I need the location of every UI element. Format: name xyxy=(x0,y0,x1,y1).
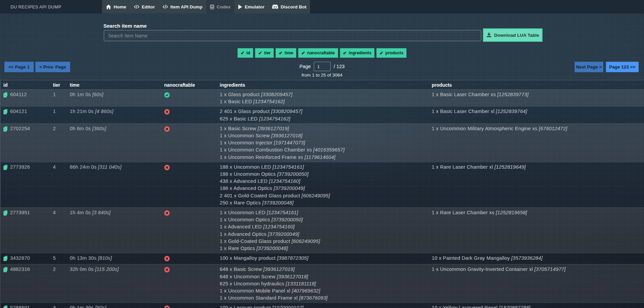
ingredients-cell: 188 x Uncommon LED [1234754161]188 x Unc… xyxy=(220,164,432,206)
page-range-info: from 1 to 25 of 3064 xyxy=(302,73,342,78)
nav-item-editor[interactable]: Editor xyxy=(130,0,159,13)
column-header-time: time xyxy=(70,82,164,88)
nav-item-item-api-dump[interactable]: Item API Dump xyxy=(159,0,207,13)
item-id: 604121 xyxy=(10,108,27,115)
id-cell: 604112 xyxy=(3,91,53,105)
download-icon xyxy=(486,32,492,38)
table-row: 343287050h 13m 30s [810s]100 x Mangalloy… xyxy=(1,253,644,264)
product-line: 10 x Yellow Lacquered Panel [1870887788] xyxy=(432,304,644,308)
copy-icon[interactable] xyxy=(3,125,8,134)
ingredients-cell: 100 x Lacquer product [1070000107] xyxy=(220,304,432,308)
id-cell: 2773951 xyxy=(3,209,53,252)
ingredient-line: 625 x Uncommon hydraulics [1331181118] xyxy=(220,280,432,287)
item-id: 604112 xyxy=(10,91,27,98)
item-id: 2773951 xyxy=(10,209,30,216)
ingredient-line: 1 x Glass product [3308209457] xyxy=(220,91,432,98)
time-cell: 32h 0m 0s [115 200s] xyxy=(70,266,164,302)
id-cell: 4882316 xyxy=(3,266,53,302)
first-page-button[interactable]: << Page 1 xyxy=(4,62,34,72)
id-cell: 2773926 xyxy=(3,164,53,206)
check-icon: ✔ xyxy=(241,50,244,56)
ingredients-cell: 2 401 x Glass product [3308209457]625 x … xyxy=(220,108,432,122)
filter-toggle-time[interactable]: ✔time xyxy=(276,48,296,58)
item-id: 2702254 xyxy=(10,125,30,132)
nanocraftable-cell xyxy=(164,255,220,263)
nav-item-home[interactable]: Home xyxy=(102,0,130,13)
filter-toggle-tier[interactable]: ✔tier xyxy=(255,48,274,58)
ingredient-line: 250 x Rare Optics [3739200048] xyxy=(220,199,432,206)
copy-icon[interactable] xyxy=(3,266,8,274)
table-header: idtiertimenanocraftableingredientsproduc… xyxy=(1,80,644,90)
last-page-button[interactable]: Page 123 >> xyxy=(606,62,639,72)
tier-cell: 2 xyxy=(53,266,70,302)
download-lua-button[interactable]: Download LUA Table xyxy=(483,28,543,42)
nanocraftable-no-icon xyxy=(164,210,220,217)
ingredients-cell: 100 x Mangalloy product [3987872305] xyxy=(220,255,432,263)
copy-icon[interactable] xyxy=(3,209,8,218)
tier-cell: 3 xyxy=(53,304,70,308)
home-icon xyxy=(106,4,111,9)
tier-cell: 1 xyxy=(53,108,70,122)
product-line: 1 x Uncommon Gravity-Inverted Container … xyxy=(432,266,644,273)
tier-cell: 2 xyxy=(53,125,70,161)
copy-icon[interactable] xyxy=(3,91,8,100)
table-row: 270225420h 6m 0s [360s]1 x Basic Screw [… xyxy=(1,123,644,162)
id-cell: 3432870 xyxy=(3,255,53,263)
filter-toggle-ingredients[interactable]: ✔ingredients xyxy=(340,48,375,58)
products-cell: 10 x Painted Dark Gray Mangalloy [357393… xyxy=(432,255,644,263)
check-icon: ✔ xyxy=(258,50,262,56)
item-id: 2773926 xyxy=(10,164,30,171)
time-cell: 0h 13m 30s [810s] xyxy=(70,255,164,263)
ingredients-cell: 1 x Basic Screw [3936127019]1 x Uncommon… xyxy=(220,125,432,161)
nanocraftable-cell xyxy=(164,209,220,252)
time-cell: 1h 21m 0s [4 860s] xyxy=(70,108,164,122)
recipes-table: idtiertimenanocraftableingredientsproduc… xyxy=(0,80,644,308)
product-line: 1 x Rare Laser Chamber xl [1252819649] xyxy=(432,164,644,171)
ingredient-line: 188 x Uncommon LED [1234754161] xyxy=(220,164,432,171)
page-label: Page xyxy=(299,64,311,69)
nav-item-discord-bot[interactable]: Discord Bot xyxy=(268,0,310,13)
code-icon xyxy=(134,4,140,9)
ingredient-line: 1 x Basic LED [1234754162] xyxy=(220,98,432,105)
id-cell: 2702254 xyxy=(3,125,53,161)
search-input[interactable] xyxy=(104,30,481,41)
copy-icon[interactable] xyxy=(3,304,8,308)
nanocraftable-cell xyxy=(164,91,220,105)
ingredient-line: 2 401 x Glass product [3308209457] xyxy=(220,108,432,115)
nav-menu: HomeEditorItem API DumpCodexEmulatorDisc… xyxy=(102,0,310,13)
id-cell: 604121 xyxy=(3,108,53,122)
nanocraftable-no-icon xyxy=(164,305,220,308)
nav-item-codex[interactable]: Codex xyxy=(206,0,234,13)
tier-cell: 1 xyxy=(53,91,70,105)
navbar: DU RECIPES API DUMP HomeEditorItem API D… xyxy=(0,0,644,13)
prev-page-button[interactable]: < Prev. Page xyxy=(35,62,70,72)
brand-title: DU RECIPES API DUMP xyxy=(10,0,61,13)
ingredient-line: 1 x Uncommon Screw [3936127018] xyxy=(220,132,432,139)
products-cell: 10 x Yellow Lacquered Panel [1870887788] xyxy=(432,304,644,308)
page-number-input[interactable] xyxy=(314,62,331,71)
ingredients-cell: 648 x Basic Screw [3936127019]648 x Unco… xyxy=(220,266,432,302)
next-page-button[interactable]: Next Page > xyxy=(575,62,603,72)
filter-toggle-products[interactable]: ✔products xyxy=(376,48,406,58)
item-id: 4882316 xyxy=(10,266,30,273)
nanocraftable-no-icon xyxy=(164,126,220,133)
play-icon xyxy=(238,4,242,9)
nav-item-emulator[interactable]: Emulator xyxy=(234,0,268,13)
copy-icon[interactable] xyxy=(3,255,8,263)
table-row: 2773926486h 24m 0s [311 040s]188 x Uncom… xyxy=(1,162,644,207)
nanocraftable-no-icon xyxy=(164,267,220,274)
ingredient-line: 1 x Uncommon Injector [1971447073] xyxy=(220,139,432,146)
copy-icon[interactable] xyxy=(3,108,8,116)
ingredients-cell: 1 x Glass product [3308209457]1 x Basic … xyxy=(220,91,432,105)
nanocraftable-cell xyxy=(164,304,220,308)
nanocraftable-yes-icon xyxy=(164,92,220,99)
table-row: 60412111h 21m 0s [4 860s]2 401 x Glass p… xyxy=(1,106,644,123)
copy-icon[interactable] xyxy=(3,164,8,172)
filter-toggle-id[interactable]: ✔id xyxy=(238,48,253,58)
products-cell: 1 x Rare Laser Chamber xl [1252819649] xyxy=(432,164,644,206)
ingredient-line: 188 x Uncommon Optics [3739200050] xyxy=(220,171,432,178)
ingredient-line: 2 401 x Gold-Coated Glass product [60624… xyxy=(220,192,432,199)
filter-toggle-nanocraftable[interactable]: ✔nanocraftable xyxy=(298,48,338,58)
table-row: 4882316232h 0m 0s [115 200s]648 x Basic … xyxy=(1,264,644,303)
discord-icon xyxy=(272,4,278,9)
